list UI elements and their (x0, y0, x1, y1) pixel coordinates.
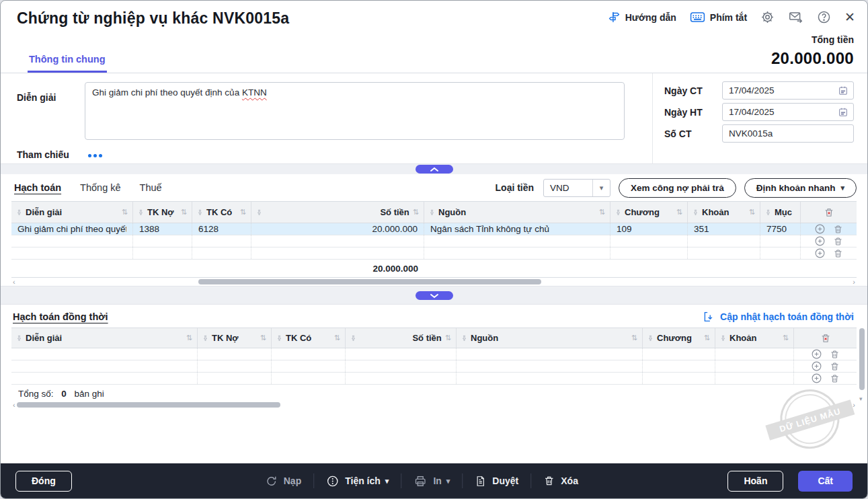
reload-button[interactable]: Nạp (265, 475, 301, 488)
vertical-scrollbar[interactable]: ▾ (859, 328, 865, 408)
pin-icon (765, 208, 771, 217)
column-header-khoan[interactable]: Khoản⇅ (715, 328, 794, 348)
approve-button[interactable]: Duyệt (475, 475, 518, 488)
spellcheck-flagged-word: KTNN (242, 87, 267, 98)
quick-entry-button[interactable]: Định khoản nhanh▾ (744, 178, 857, 198)
doc-no-input[interactable] (723, 128, 853, 139)
column-header-source[interactable]: Nguồn⇅ (457, 328, 643, 348)
window-header: Chứng từ nghiệp vụ khác NVK0015a Hướng d… (1, 1, 867, 73)
table-row-empty[interactable] (11, 235, 857, 247)
table-row-empty[interactable] (11, 373, 857, 385)
simultaneous-table-header: Diễn giải⇅ TK Nợ⇅ TK Có⇅ Số tiền⇅ Nguồn⇅… (11, 328, 857, 348)
reference-more-dots-icon[interactable] (88, 154, 102, 157)
column-header-credit[interactable]: TK Có⇅ (272, 328, 346, 348)
cell-amount[interactable]: 20.000.000 (251, 223, 424, 235)
calendar-icon[interactable] (838, 107, 853, 118)
chevron-down-icon: ▾ (446, 477, 450, 486)
table-row-empty[interactable] (11, 247, 857, 260)
tab-accounting[interactable]: Hạch toán (14, 182, 61, 193)
horizontal-scrollbar[interactable]: ‹ › (11, 278, 857, 286)
collapse-down-button[interactable] (416, 291, 453, 300)
cell-source[interactable]: Ngân sách Tỉnh không tự chủ (424, 223, 610, 235)
column-header-desc[interactable]: Diễn giải⇅ (11, 202, 133, 223)
delete-all-rows-icon[interactable] (794, 328, 857, 348)
scrollbar-thumb[interactable] (859, 328, 865, 390)
table-row-empty[interactable] (11, 360, 857, 373)
description-input[interactable]: Ghi giảm chi phí theo quyết định của KTN… (85, 82, 625, 140)
date-ct-field[interactable] (722, 81, 854, 100)
guide-button[interactable]: Hướng dẫn (608, 11, 676, 24)
cell-credit[interactable]: 6128 (192, 223, 251, 235)
tab-general-info[interactable]: Thông tin chung (28, 54, 107, 73)
view-payables-button[interactable]: Xem công nợ phải trả (619, 178, 736, 198)
delete-row-icon[interactable] (830, 361, 840, 372)
column-header-source[interactable]: Nguồn⇅ (424, 202, 610, 223)
postpone-button[interactable]: Hoãn (727, 471, 783, 492)
delete-row-icon[interactable] (830, 373, 840, 384)
cell-khoan[interactable]: 351 (688, 223, 760, 235)
tab-tax[interactable]: Thuế (140, 182, 162, 193)
column-header-chapter[interactable]: Chương⇅ (643, 328, 715, 348)
cell-desc[interactable]: Ghi giảm chi phí theo quyết địn... (11, 223, 133, 235)
scrollbar-thumb[interactable] (17, 402, 280, 408)
chevron-up-icon (430, 167, 439, 172)
scroll-left-arrow[interactable]: ‹ (13, 278, 15, 286)
scroll-right-arrow[interactable]: › (853, 278, 855, 286)
date-ht-input[interactable] (723, 107, 838, 117)
table-row[interactable]: Ghi giảm chi phí theo quyết địn... 1388 … (11, 223, 857, 235)
scrollbar-thumb[interactable] (198, 279, 541, 284)
add-row-icon[interactable] (814, 223, 826, 235)
delete-row-icon[interactable] (833, 236, 843, 247)
table-row-empty[interactable] (11, 348, 857, 360)
send-mail-icon[interactable] (788, 10, 803, 24)
update-simultaneous-link[interactable]: Cập nhật hạch toán đồng thời (703, 311, 854, 323)
column-header-credit[interactable]: TK Có⇅ (192, 202, 251, 223)
save-button[interactable]: Cất (798, 471, 853, 492)
utilities-button[interactable]: Tiện ích ▾ (326, 475, 389, 488)
sort-icon: ⇅ (122, 208, 128, 217)
cell-chapter[interactable]: 109 (610, 223, 688, 235)
record-count: Tổng số: 0 bản ghi (1, 385, 867, 401)
cell-muc[interactable]: 7750 (760, 223, 801, 235)
add-row-icon[interactable] (814, 235, 826, 247)
doc-no-field[interactable] (722, 124, 854, 143)
add-row-icon[interactable] (814, 247, 826, 259)
close-button[interactable]: Đóng (15, 471, 72, 492)
tab-statistics[interactable]: Thống kê (80, 182, 120, 193)
scroll-down-arrow[interactable]: ▾ (859, 395, 863, 402)
add-row-icon[interactable] (811, 360, 822, 372)
delete-button[interactable]: Xóa (543, 475, 578, 487)
column-header-debit[interactable]: TK Nợ⇅ (198, 328, 272, 348)
document-icon (475, 475, 486, 488)
column-header-chapter[interactable]: Chương⇅ (610, 202, 688, 223)
column-header-khoan[interactable]: Khoản⇅ (688, 202, 760, 223)
column-header-desc[interactable]: Diễn giải⇅ (11, 328, 198, 348)
close-window-icon[interactable]: ✕ (844, 11, 855, 24)
delete-row-icon[interactable] (833, 224, 843, 235)
column-header-muc[interactable]: Mục (760, 202, 801, 223)
settings-gear-icon[interactable] (760, 10, 775, 24)
delete-row-icon[interactable] (830, 349, 840, 360)
currency-select[interactable]: VND ▾ (543, 179, 610, 197)
delete-row-icon[interactable] (833, 248, 843, 259)
date-ct-input[interactable] (723, 85, 838, 95)
print-button[interactable]: In ▾ (413, 475, 450, 488)
column-header-debit[interactable]: TK Nợ⇅ (133, 202, 192, 223)
sync-down-icon (703, 311, 715, 323)
pin-icon (138, 208, 144, 217)
delete-all-rows-icon[interactable] (801, 202, 857, 223)
scroll-left-arrow[interactable]: ‹ (13, 401, 15, 409)
add-row-icon[interactable] (811, 348, 822, 360)
calendar-icon[interactable] (838, 85, 853, 96)
shortcuts-button[interactable]: Phím tắt (690, 11, 747, 23)
cell-debit[interactable]: 1388 (133, 223, 192, 235)
column-header-amount[interactable]: Số tiền⇅ (346, 328, 457, 348)
column-header-amount[interactable]: Số tiền⇅ (251, 202, 424, 223)
help-icon[interactable] (817, 10, 831, 24)
horizontal-scrollbar[interactable]: ‹ › (11, 401, 857, 409)
date-ht-field[interactable] (722, 103, 854, 121)
scroll-right-arrow[interactable]: › (853, 401, 855, 409)
add-row-icon[interactable] (811, 373, 822, 384)
simultaneous-title-link[interactable]: Hạch toán đồng thời (13, 311, 108, 322)
collapse-up-button[interactable] (416, 165, 453, 174)
